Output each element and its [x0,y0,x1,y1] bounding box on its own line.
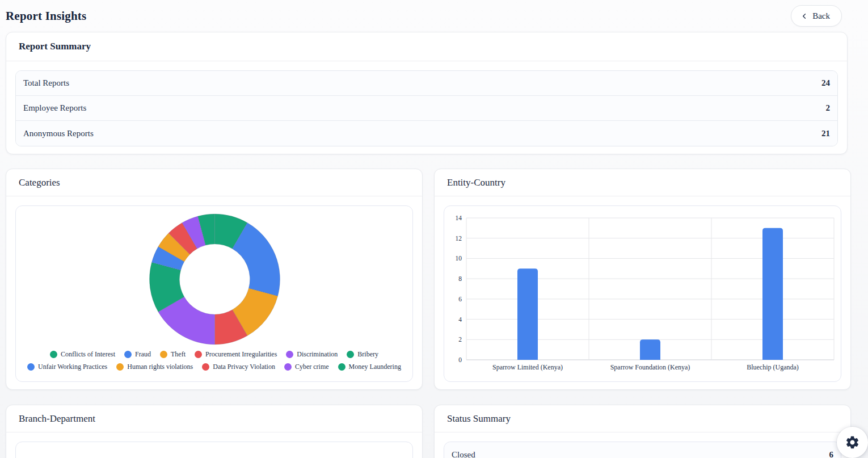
bottom-row: Branch-Department Status Summary Closed … [6,405,862,458]
page-title: Report Insights [6,9,86,23]
legend-dot [116,363,124,371]
legend-item: Procurement Irregularities [195,350,277,359]
legend-dot [27,363,35,371]
settings-button[interactable] [837,427,868,458]
row-label: Employee Reports [23,103,86,113]
legend-item: Fraud [124,350,151,359]
table-row: Employee Reports 2 [16,96,837,121]
svg-text:6: 6 [458,296,462,302]
report-summary-table: Total Reports 24 Employee Reports 2 Anon… [15,70,838,146]
svg-text:0: 0 [458,356,462,363]
legend-label: Conflicts of Interest [61,350,115,359]
svg-text:14: 14 [456,215,462,221]
branch-department-chart [15,442,413,458]
legend-dot [284,363,292,371]
categories-card: Categories Conflicts of InterestFraudThe… [6,169,423,390]
table-row: Closed 6 [444,442,841,458]
report-summary-card: Report Summary Total Reports 24 Employee… [6,32,848,154]
legend-label: Bribery [357,350,378,359]
legend-label: Unfair Working Practices [38,363,107,371]
chevron-left-icon [800,12,808,20]
gear-icon [845,435,860,450]
status-summary-card: Status Summary Closed 6 [434,405,851,458]
table-row: Anonymous Reports 21 [16,121,837,146]
branch-department-card: Branch-Department [6,405,423,458]
entity-country-bar-chart: 02468101214Sparrow Limited (Kenya)Sparro… [444,205,841,382]
back-label: Back [812,11,830,21]
back-button[interactable]: Back [791,5,842,27]
svg-text:10: 10 [456,255,462,262]
row-label: Total Reports [23,78,69,88]
legend-item: Human rights violations [116,363,193,371]
entity-country-header: Entity-Country [435,169,850,196]
legend-item: Unfair Working Practices [27,363,107,371]
report-summary-body: Total Reports 24 Employee Reports 2 Anon… [6,61,847,154]
bar [640,339,660,360]
status-table: Closed 6 [444,442,841,458]
legend-dot [160,351,167,358]
row-value: 24 [821,78,830,88]
donut-legend: Conflicts of InterestFraudTheftProcureme… [16,350,412,371]
categories-donut-chart: Conflicts of InterestFraudTheftProcureme… [15,205,413,382]
status-summary-table: Closed 6 [444,442,841,458]
legend-item: Theft [160,350,186,359]
charts-row: Categories Conflicts of InterestFraudThe… [6,169,862,390]
legend-item: Bribery [347,350,378,359]
legend-label: Data Privacy Violation [213,363,275,371]
legend-item: Cyber crime [284,363,329,371]
categories-title: Categories [19,177,60,188]
entity-country-title: Entity-Country [447,177,505,188]
bar [517,268,538,360]
legend-label: Procurement Irregularities [205,350,277,359]
row-value: 21 [821,129,830,138]
report-summary-header: Report Summary [6,32,847,61]
row-label: Anonymous Reports [23,129,94,138]
table-row: Total Reports 24 [16,71,837,96]
legend-dot [347,351,354,358]
bar [762,228,783,360]
legend-label: Fraud [135,350,151,359]
bar-category-label: Bluechip (Uganda) [747,363,799,371]
status-summary-title: Status Summary [447,413,511,425]
row-value: 6 [829,450,834,458]
categories-header: Categories [6,169,422,196]
bar-category-label: Sparrow Limited (Kenya) [492,363,563,371]
legend-dot [195,351,202,358]
legend-item: Discrimination [286,350,338,359]
report-insights-page: Report Insights Back Report Summary Tota… [0,0,862,458]
svg-text:8: 8 [458,275,462,282]
report-summary-title: Report Summary [19,41,91,52]
legend-label: Cyber crime [295,363,329,371]
legend-dot [286,351,293,358]
entity-country-card: Entity-Country 02468101214Sparrow Limite… [434,169,851,390]
legend-label: Human rights violations [127,363,193,371]
legend-item: Data Privacy Violation [202,363,275,371]
legend-label: Money Laundering [349,363,401,371]
legend-dot [124,351,132,358]
legend-dot [338,363,345,371]
status-summary-header: Status Summary [435,405,850,432]
branch-department-header: Branch-Department [6,405,422,432]
legend-label: Discrimination [297,350,338,359]
svg-text:2: 2 [458,336,462,343]
bar-category-label: Sparrow Foundation (Kenya) [610,363,690,371]
branch-department-title: Branch-Department [19,413,95,425]
row-label: Closed [452,450,475,458]
legend-item: Conflicts of Interest [50,350,115,359]
svg-text:4: 4 [458,316,462,323]
legend-dot [202,363,209,371]
row-value: 2 [826,103,831,113]
top-bar: Report Insights Back [6,0,862,32]
legend-dot [50,351,57,358]
svg-text:12: 12 [456,235,462,242]
legend-item: Money Laundering [338,363,401,371]
legend-label: Theft [171,350,186,359]
